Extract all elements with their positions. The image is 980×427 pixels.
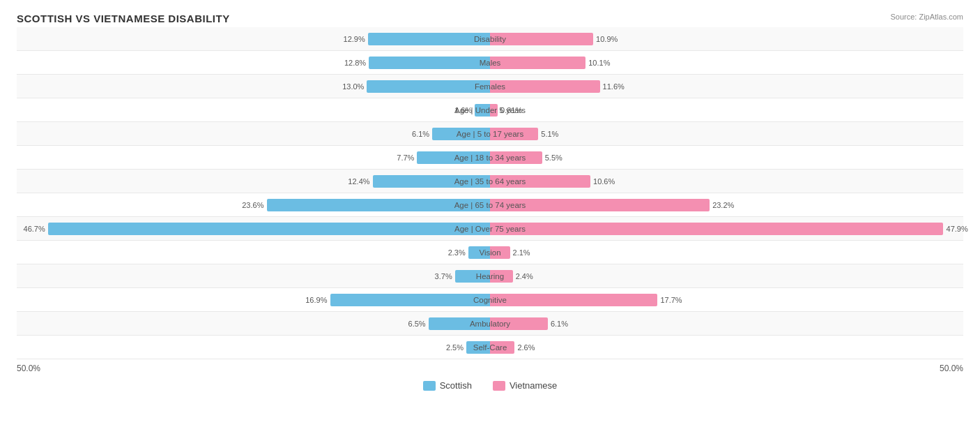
left-value: 7.7%	[397, 153, 414, 162]
left-bar	[367, 80, 490, 93]
axis-left: 50.0%	[17, 364, 40, 373]
bar-row: Age | 5 to 17 years6.1%5.1%	[17, 122, 963, 146]
chart-title: SCOTTISH VS VIETNAMESE DISABILITY	[17, 13, 230, 24]
bar-label-center: Age | 35 to 64 years	[454, 177, 526, 186]
chart-source: Source: ZipAtlas.com	[890, 13, 963, 21]
legend-box-scottish	[423, 381, 436, 391]
legend-item-scottish: Scottish	[423, 380, 472, 391]
bar-row: Males12.8%10.1%	[17, 51, 963, 75]
left-value: 23.6%	[242, 201, 263, 209]
right-bar	[490, 57, 585, 69]
right-bar	[490, 294, 657, 306]
bar-label-center: Age | 5 to 17 years	[457, 130, 523, 138]
left-bar	[330, 294, 491, 306]
right-value: 10.1%	[588, 59, 610, 67]
right-value: 5.5%	[545, 153, 562, 162]
left-value: 6.1%	[412, 130, 429, 138]
left-value: 3.7%	[435, 272, 452, 280]
bar-row: Cognitive16.9%17.7%	[17, 288, 963, 312]
left-value: 2.5%	[446, 343, 464, 352]
bar-row: Vision2.3%2.1%	[17, 241, 963, 264]
legend-item-vietnamese: Vietnamese	[493, 380, 557, 391]
right-value: 23.2%	[712, 201, 734, 209]
left-value: 2.3%	[448, 248, 466, 257]
bar-label-center: Self-Care	[473, 343, 507, 352]
bar-label-center: Disability	[474, 35, 506, 43]
right-value: 47.9%	[947, 225, 968, 233]
right-value: 2.1%	[513, 248, 530, 257]
legend-label-vietnamese: Vietnamese	[510, 380, 557, 391]
axis-right: 50.0%	[940, 364, 963, 373]
bar-label-center: Vision	[479, 248, 500, 257]
left-value: 12.9%	[344, 35, 365, 43]
right-value: 10.9%	[596, 35, 618, 43]
left-value: 12.4%	[348, 177, 369, 186]
right-value: 17.7%	[660, 296, 682, 304]
bar-label-center: Males	[480, 59, 501, 67]
left-value: 12.8%	[344, 59, 366, 67]
bar-label-center: Age | 18 to 34 years	[454, 153, 526, 162]
bar-label-center: Hearing	[476, 272, 504, 280]
left-value: 46.7%	[24, 225, 45, 233]
left-bar	[48, 223, 490, 235]
right-bar	[490, 80, 600, 93]
bar-label-center: Age | Under 5 years	[454, 106, 526, 114]
right-value: 6.1%	[551, 320, 568, 328]
legend-label-scottish: Scottish	[440, 380, 472, 391]
left-value: 16.9%	[305, 296, 327, 304]
right-value: 11.6%	[603, 82, 625, 91]
bar-row: Age | 35 to 64 years12.4%10.6%	[17, 170, 963, 193]
legend-box-vietnamese	[493, 381, 505, 391]
bar-label-center: Females	[475, 82, 505, 91]
right-value: 2.6%	[517, 343, 535, 352]
bar-row: Age | Over 75 years46.7%47.9%	[17, 217, 963, 241]
bar-label-center: Age | Over 75 years	[454, 225, 526, 233]
bar-row: Age | 65 to 74 years23.6%23.2%	[17, 193, 963, 217]
bar-label-center: Cognitive	[473, 296, 507, 304]
bar-label-center: Ambulatory	[470, 320, 510, 328]
bar-row: Age | Under 5 years1.6%0.81%	[17, 98, 963, 122]
bar-row: Females13.0%11.6%	[17, 75, 963, 98]
left-bar	[369, 57, 490, 69]
right-bar	[490, 223, 943, 235]
bar-row: Disability12.9%10.9%	[17, 27, 963, 51]
left-bar	[368, 33, 490, 45]
axis-row: 50.0% 50.0%	[17, 361, 963, 376]
chart-container: SCOTTISH VS VIETNAMESE DISABILITY Source…	[0, 0, 980, 403]
bar-row: Ambulatory6.5%6.1%	[17, 312, 963, 336]
bar-row: Hearing3.7%2.4%	[17, 264, 963, 288]
right-value: 2.4%	[516, 272, 533, 280]
bar-label-center: Age | 65 to 74 years	[454, 201, 526, 209]
left-value: 13.0%	[342, 82, 364, 91]
chart-area: Disability12.9%10.9%Males12.8%10.1%Femal…	[17, 27, 963, 359]
left-value: 6.5%	[408, 320, 426, 328]
bar-row: Self-Care2.5%2.6%	[17, 336, 963, 359]
right-value: 5.1%	[541, 130, 558, 138]
legend: Scottish Vietnamese	[17, 380, 963, 391]
right-value: 10.6%	[593, 177, 615, 186]
bar-row: Age | 18 to 34 years7.7%5.5%	[17, 146, 963, 170]
